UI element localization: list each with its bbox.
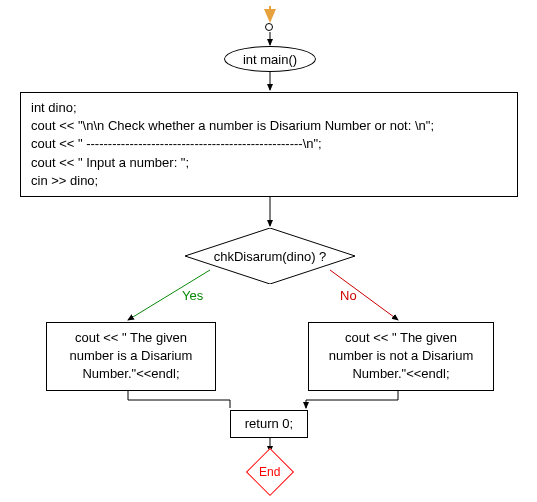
block1-line1: int dino; bbox=[31, 99, 507, 117]
flowchart-canvas: int main() int dino; cout << "\n\n Check… bbox=[0, 0, 537, 502]
block1-line4: cout << " Input a number: "; bbox=[31, 154, 507, 172]
end-label: End bbox=[259, 465, 280, 479]
block1-line2: cout << "\n\n Check whether a number is … bbox=[31, 117, 507, 135]
start-dot bbox=[265, 23, 273, 31]
yes-block: cout << " The given number is a Disarium… bbox=[46, 322, 216, 391]
main-label: int main() bbox=[243, 52, 297, 67]
return-label: return 0; bbox=[245, 416, 293, 431]
end-node: End bbox=[246, 448, 294, 496]
no-line3: Number."<<endl; bbox=[319, 365, 483, 383]
no-line2: number is not a Disarium bbox=[319, 347, 483, 365]
no-block: cout << " The given number is not a Disa… bbox=[308, 322, 494, 391]
block1-line3: cout << " ------------------------------… bbox=[31, 135, 507, 153]
decision-label: chkDisarum(dino) ? bbox=[214, 249, 327, 264]
return-node: return 0; bbox=[230, 410, 308, 438]
yes-line3: Number."<<endl; bbox=[57, 365, 205, 383]
block1-line5: cin >> dino; bbox=[31, 172, 507, 190]
edge-label-no: No bbox=[340, 288, 357, 303]
code-block-1: int dino; cout << "\n\n Check whether a … bbox=[20, 92, 518, 197]
edge-label-yes: Yes bbox=[182, 288, 203, 303]
yes-line1: cout << " The given bbox=[57, 329, 205, 347]
decision-node: chkDisarum(dino) ? bbox=[185, 228, 355, 284]
yes-line2: number is a Disarium bbox=[57, 347, 205, 365]
no-line1: cout << " The given bbox=[319, 329, 483, 347]
main-node: int main() bbox=[224, 46, 316, 72]
